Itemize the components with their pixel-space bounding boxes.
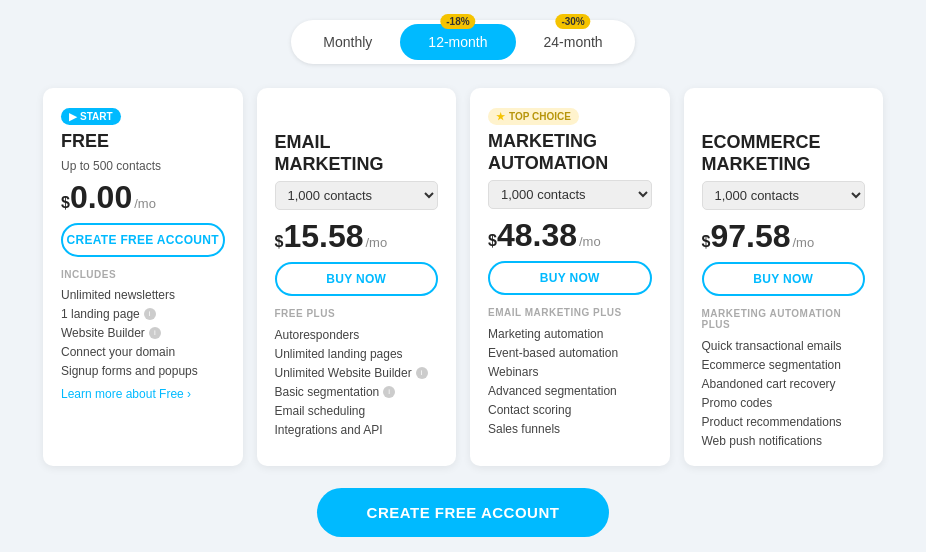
bottom-cta-button[interactable]: CREATE FREE ACCOUNT [317,488,610,537]
plan-email-marketing: EMAILMARKETING 1,000 contacts $ 15.58 /m… [257,88,457,466]
list-item: Autoresponders [275,325,439,344]
plan-name-free: FREE [61,131,225,153]
price-amount-ecommerce: 97.58 [710,220,790,252]
price-mo-free: /mo [134,196,156,211]
cta-free[interactable]: CREATE FREE ACCOUNT [61,223,225,257]
contacts-dropdown-ecommerce[interactable]: 1,000 contacts [702,181,866,210]
price-ecommerce: $ 97.58 /mo [702,220,866,252]
top-choice-badge: ★ TOP CHOICE [488,108,579,125]
star-icon: ★ [496,111,505,122]
includes-label-email: FREE PLUS [275,308,439,319]
info-icon: i [416,367,428,379]
pricing-cards: ▶ START FREE Up to 500 contacts $ 0.00 /… [13,88,913,466]
price-dollar-free: $ [61,194,70,212]
info-icon: i [383,386,395,398]
price-amount-automation: 48.38 [497,219,577,251]
list-item: Website Builderi [61,324,225,343]
arrow-icon: ▶ [69,111,77,122]
learn-more-free[interactable]: Learn more about Free › [61,387,225,401]
list-item: Marketing automation [488,324,652,343]
list-item: Ecommerce segmentation [702,355,866,374]
includes-label-automation: EMAIL MARKETING PLUS [488,307,652,318]
list-item: Web push notifications [702,431,866,450]
cta-automation[interactable]: BUY NOW [488,261,652,295]
price-free: $ 0.00 /mo [61,181,225,213]
feature-list-email: Autoresponders Unlimited landing pages U… [275,325,439,439]
list-item: Email scheduling [275,401,439,420]
price-dollar-automation: $ [488,232,497,250]
contacts-dropdown-email[interactable]: 1,000 contacts [275,181,439,210]
list-item: Signup forms and popups [61,362,225,381]
list-item: Webinars [488,362,652,381]
plan-name-email: EMAILMARKETING [275,132,439,175]
list-item: Unlimited Website Builderi [275,363,439,382]
list-item: Connect your domain [61,343,225,362]
list-item: Product recommendations [702,412,866,431]
cta-email[interactable]: BUY NOW [275,262,439,296]
price-dollar-ecommerce: $ [702,233,711,251]
contacts-dropdown-automation[interactable]: 1,000 contacts [488,180,652,209]
price-mo-automation: /mo [579,234,601,249]
list-item: Sales funnels [488,419,652,438]
price-amount-email: 15.58 [283,220,363,252]
plan-ecommerce: ECOMMERCEMARKETING 1,000 contacts $ 97.5… [684,88,884,466]
list-item: Abandoned cart recovery [702,374,866,393]
includes-label-ecommerce: MARKETING AUTOMATION PLUS [702,308,866,330]
price-amount-free: 0.00 [70,181,132,213]
list-item: Contact scoring [488,400,652,419]
tab-24month-badge: -30% [555,14,590,29]
list-item: Quick transactional emails [702,336,866,355]
list-item: Event-based automation [488,343,652,362]
includes-label-free: INCLUDES [61,269,225,280]
tab-24month[interactable]: -30% 24-month [516,24,631,60]
price-automation: $ 48.38 /mo [488,219,652,251]
plan-name-automation: MARKETINGAUTOMATION [488,131,652,174]
list-item: 1 landing pagei [61,305,225,324]
list-item: Advanced segmentation [488,381,652,400]
tab-12month[interactable]: -18% 12-month [400,24,515,60]
tab-monthly[interactable]: Monthly [295,24,400,60]
feature-list-automation: Marketing automation Event-based automat… [488,324,652,438]
price-mo-email: /mo [365,235,387,250]
tab-12month-badge: -18% [440,14,475,29]
cta-ecommerce[interactable]: BUY NOW [702,262,866,296]
price-email: $ 15.58 /mo [275,220,439,252]
plan-name-ecommerce: ECOMMERCEMARKETING [702,132,866,175]
feature-list-ecommerce: Quick transactional emails Ecommerce seg… [702,336,866,450]
bottom-cta-section: CREATE FREE ACCOUNT [317,488,610,537]
list-item: Unlimited newsletters [61,286,225,305]
list-item: Promo codes [702,393,866,412]
plan-free: ▶ START FREE Up to 500 contacts $ 0.00 /… [43,88,243,466]
feature-list-free: Unlimited newsletters 1 landing pagei We… [61,286,225,381]
plan-marketing-automation: ★ TOP CHOICE MARKETINGAUTOMATION 1,000 c… [470,88,670,466]
price-mo-ecommerce: /mo [792,235,814,250]
list-item: Basic segmentationi [275,382,439,401]
billing-period-tabs: Monthly -18% 12-month -30% 24-month [291,20,634,64]
info-icon: i [149,327,161,339]
info-icon: i [144,308,156,320]
contacts-text-free: Up to 500 contacts [61,159,225,173]
start-badge: ▶ START [61,108,121,125]
price-dollar-email: $ [275,233,284,251]
list-item: Integrations and API [275,420,439,439]
list-item: Unlimited landing pages [275,344,439,363]
